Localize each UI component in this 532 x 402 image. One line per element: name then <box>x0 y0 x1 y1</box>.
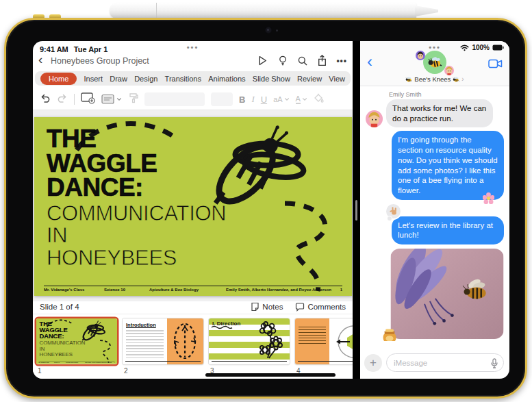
slide-title-textbox[interactable]: THE WAGGLE DANCE: COMMUNICATION IN HONEY… <box>47 127 226 269</box>
comment-icon <box>295 303 305 312</box>
battery-icon <box>492 45 504 51</box>
group-name-row[interactable]: Bee's Knees › <box>360 75 509 83</box>
slide-footer: Mr. Vidanage's Class Science 10 Apicultu… <box>44 286 342 292</box>
bee-icon <box>453 76 459 83</box>
apple-pencil <box>110 3 416 19</box>
tab-transitions[interactable]: Transitions <box>165 75 201 83</box>
imessage-input[interactable] <box>394 354 475 371</box>
title-line: DANCE: <box>40 334 86 340</box>
comments-button[interactable]: Comments <box>295 303 346 312</box>
photo-message-wrap <box>366 249 504 339</box>
bold-button[interactable]: B <box>239 95 245 105</box>
thumbnail-2-title: Introduction <box>126 322 164 328</box>
notes-icon <box>251 302 259 312</box>
front-camera-icon <box>265 27 272 34</box>
slide-footer: Mr. Vidanage's Class Science 10 Apicultu… <box>39 362 115 363</box>
tab-view[interactable]: View <box>329 75 345 83</box>
title-line: WAGGLE <box>47 151 226 176</box>
tab-home[interactable]: Home <box>40 73 77 85</box>
date: Tue Apr 1 <box>74 45 108 53</box>
sender-label: Emily Smith <box>389 91 504 98</box>
wifi-icon <box>460 45 469 51</box>
thumbnail-4-diagram <box>329 318 353 364</box>
home-ribbon-toolbar: B I U aA A <box>33 89 353 110</box>
redo-icon[interactable] <box>57 92 68 106</box>
slide-status-row: Slide 1 of 4 Notes Comments <box>33 301 353 314</box>
footer-authors: Emily Smith, Alberto Hernandez, and Royc… <box>226 288 335 292</box>
tab-review[interactable]: Review <box>297 75 322 83</box>
thumbnail-strip: THE WAGGLE DANCE: COMMUNICATION IN HONEY… <box>33 314 353 379</box>
subtitle-line: COMMUNICATION <box>40 340 86 346</box>
tapback-love-you-gesture-icon[interactable] <box>385 203 402 220</box>
footer-course: Science 10 <box>54 362 66 363</box>
footer-subject: Apiculture & Bee Biology <box>149 288 226 292</box>
thumbnail-3[interactable]: I. Direction <box>209 318 290 364</box>
avatar-emily[interactable] <box>366 110 383 127</box>
outgoing-message[interactable]: Let's review in the library at lunch! <box>392 216 504 244</box>
home-indicator[interactable] <box>205 373 335 377</box>
slide-canvas-area: THE WAGGLE DANCE: COMMUNICATION IN HONEY… <box>33 110 353 301</box>
add-attachment-button[interactable]: + <box>364 354 382 372</box>
back-chevron-icon[interactable]: ‹ <box>38 51 42 68</box>
window-controls-right[interactable]: ••• <box>429 43 441 51</box>
messages-back-chevron-icon[interactable]: ‹ <box>367 53 372 70</box>
group-avatar-bee <box>423 51 446 74</box>
tab-animations[interactable]: Animations <box>208 75 245 83</box>
font-name-field <box>144 92 205 106</box>
outgoing-message[interactable]: I'm going through the section on resourc… <box>392 131 504 199</box>
thumbnail-1-number: 1 <box>38 367 42 375</box>
facetime-video-icon[interactable] <box>488 59 503 71</box>
slide-title-textbox[interactable]: THE WAGGLE DANCE: COMMUNICATION IN HONEY… <box>40 321 86 357</box>
microphone-icon[interactable] <box>491 358 498 368</box>
slide-1[interactable]: THE WAGGLE DANCE: COMMUNICATION IN HONEY… <box>34 117 352 296</box>
underline-button[interactable]: U <box>261 95 267 105</box>
thumbnail-1[interactable]: THE WAGGLE DANCE: COMMUNICATION IN HONEY… <box>36 318 117 364</box>
font-size-field <box>211 92 233 106</box>
document-title: Honeybees Group Project <box>51 56 149 66</box>
title-line: THE <box>47 127 226 151</box>
split-view-handle[interactable] <box>355 200 357 221</box>
new-slide-icon[interactable] <box>81 92 95 107</box>
present-button[interactable] <box>257 55 268 66</box>
subtitle-line: IN <box>47 225 226 247</box>
honey-pot-icon <box>381 327 398 341</box>
search-icon[interactable] <box>297 55 308 66</box>
slide-layout-icon[interactable] <box>101 94 122 105</box>
subtitle-line: HONEYBEES <box>40 351 86 357</box>
thumbnail-1-slide[interactable]: THE WAGGLE DANCE: COMMUNICATION IN HONEY… <box>36 318 117 364</box>
footer-course: Science 10 <box>104 288 149 292</box>
clock: 9:41 AM <box>40 45 68 53</box>
window-controls-left[interactable]: ••• <box>187 43 199 51</box>
footer-authors: Emily Smith, Alberto Hernandez, and Royc… <box>85 362 113 363</box>
italic-button[interactable]: I <box>251 94 254 105</box>
group-name: Bee's Knees <box>414 75 451 83</box>
battery-percent: 100% <box>472 44 490 51</box>
share-icon[interactable] <box>317 55 327 66</box>
designer-lightbulb-icon[interactable] <box>277 55 288 66</box>
tab-slideshow[interactable]: Slide Show <box>253 75 290 83</box>
tab-insert[interactable]: Insert <box>84 75 103 83</box>
conversation: Emily Smith That works for me! We can do… <box>360 86 509 341</box>
group-avatar-cluster[interactable] <box>414 51 455 75</box>
tab-draw[interactable]: Draw <box>110 75 127 83</box>
member-avatar <box>444 66 454 75</box>
thumbnail-2-number: 2 <box>124 367 128 375</box>
status-bar-right: 100% <box>460 44 504 51</box>
more-icon[interactable]: ••• <box>336 56 347 66</box>
font-color-button[interactable]: A <box>296 95 307 104</box>
thumbnail-4[interactable] <box>295 318 353 364</box>
incoming-message[interactable]: That works for me! We can do a practice … <box>386 99 493 127</box>
thumbnail-2-bodytext <box>126 330 164 360</box>
photo-attachment[interactable] <box>390 249 504 339</box>
undo-icon[interactable] <box>40 92 51 106</box>
messages-app: ••• 100% ‹ <box>360 41 509 379</box>
ipad-frame: 9:41 AM Tue Apr 1 ••• ‹ Honeybees Group … <box>4 18 527 399</box>
slide-position-label: Slide 1 of 4 <box>40 303 79 311</box>
fill-color-icon <box>314 93 324 106</box>
subtitle-line: COMMUNICATION <box>47 203 226 225</box>
text-case-button[interactable]: aA <box>273 95 289 103</box>
footer-teacher: Mr. Vidanage's Class <box>44 288 104 292</box>
notes-button[interactable]: Notes <box>251 302 283 312</box>
thumbnail-2[interactable]: Introduction <box>123 318 203 364</box>
tab-design[interactable]: Design <box>134 75 157 83</box>
